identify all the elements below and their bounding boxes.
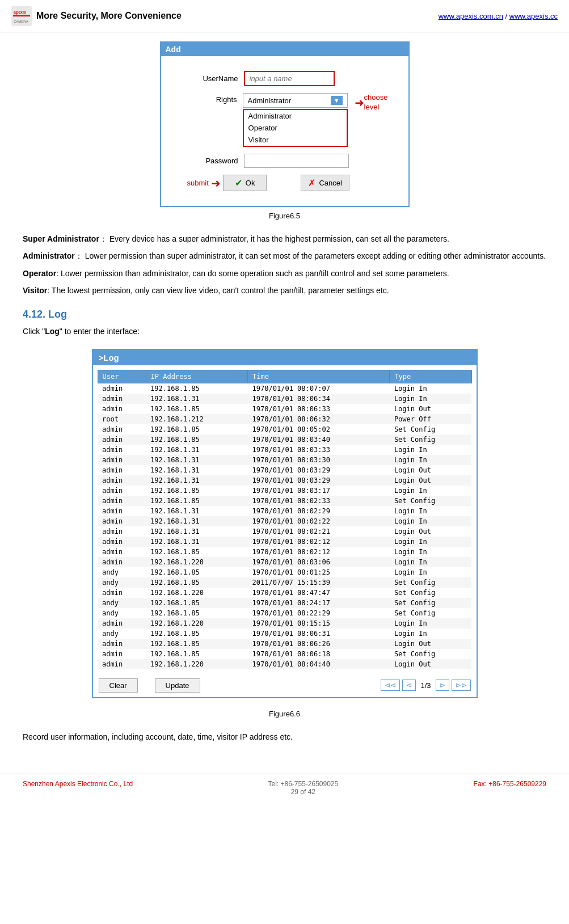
table-cell: 192.168.1.31 bbox=[146, 506, 247, 516]
table-cell: 192.168.1.85 bbox=[146, 486, 247, 496]
table-row: andy192.168.1.851970/01/01 08:22:29Set C… bbox=[98, 608, 471, 618]
table-cell: Login In bbox=[390, 445, 471, 455]
table-cell: Login In bbox=[390, 516, 471, 526]
table-cell: Set Config bbox=[390, 496, 471, 506]
table-cell: admin bbox=[98, 486, 146, 496]
table-cell: admin bbox=[98, 383, 146, 394]
dropdown-item-operator[interactable]: Operator bbox=[244, 122, 347, 134]
table-cell: 1970/01/01 08:47:47 bbox=[248, 588, 390, 598]
figure-6-5-container: Add UserName Rights Administrator ▼ bbox=[23, 41, 546, 227]
section-412-heading: 4.12. Log bbox=[23, 309, 546, 320]
page-prev-button[interactable]: ⊲ bbox=[402, 680, 416, 691]
table-cell: 192.168.1.85 bbox=[146, 424, 247, 434]
username-input[interactable] bbox=[244, 71, 335, 86]
table-row: admin192.168.1.851970/01/01 08:06:26Logi… bbox=[98, 639, 471, 649]
table-cell: Power Off bbox=[390, 414, 471, 424]
table-cell: 192.168.1.220 bbox=[146, 588, 247, 598]
table-cell: Login In bbox=[390, 567, 471, 577]
dropdown-item-admin[interactable]: Administrator bbox=[244, 110, 347, 122]
table-cell: admin bbox=[98, 434, 146, 445]
table-cell: 192.168.1.85 bbox=[146, 434, 247, 445]
table-row: admin192.168.1.2201970/01/01 08:47:47Set… bbox=[98, 588, 471, 598]
main-content: Add UserName Rights Administrator ▼ bbox=[0, 32, 569, 757]
log-panel-title: >Log bbox=[93, 350, 477, 365]
table-cell: Login Out bbox=[390, 475, 471, 486]
table-cell: andy bbox=[98, 577, 146, 588]
check-icon: ✔ bbox=[235, 178, 242, 188]
table-row: admin192.168.1.851970/01/01 08:06:33Logi… bbox=[98, 404, 471, 414]
table-cell: admin bbox=[98, 404, 146, 414]
table-cell: 1970/01/01 08:03:40 bbox=[248, 434, 390, 445]
update-button[interactable]: Update bbox=[155, 678, 200, 693]
table-cell: admin bbox=[98, 526, 146, 537]
password-row: Password bbox=[182, 154, 388, 168]
table-cell: 1970/01/01 08:06:31 bbox=[248, 628, 390, 639]
admin-text: ： Lower permission than super administra… bbox=[75, 251, 546, 260]
table-cell: 1970/01/01 08:24:17 bbox=[248, 598, 390, 608]
table-row: admin192.168.1.851970/01/01 08:03:40Set … bbox=[98, 434, 471, 445]
table-cell: Login In bbox=[390, 506, 471, 516]
table-cell: 1970/01/01 08:07:07 bbox=[248, 383, 390, 394]
table-cell: Set Config bbox=[390, 577, 471, 588]
table-cell: 1970/01/01 08:01:25 bbox=[248, 567, 390, 577]
log-table: User IP Address Time Type admin192.168.1… bbox=[98, 370, 472, 669]
footer-fax: Fax: +86-755-26509229 bbox=[474, 780, 546, 796]
submit-arrow-icon: ➜ bbox=[211, 176, 221, 190]
table-cell: 1970/01/01 08:06:26 bbox=[248, 639, 390, 649]
header-title: More Security, More Convenience bbox=[36, 11, 182, 21]
table-header-row: User IP Address Time Type bbox=[98, 370, 471, 383]
table-cell: Login Out bbox=[390, 526, 471, 537]
ok-label: Ok bbox=[246, 179, 255, 187]
table-cell: Login Out bbox=[390, 465, 471, 475]
ok-button[interactable]: ✔ Ok bbox=[223, 175, 267, 191]
table-row: root192.168.1.2121970/01/01 08:06:32Powe… bbox=[98, 414, 471, 424]
visitor-para: Visitor: The lowest permission, only can… bbox=[23, 284, 546, 297]
rights-select[interactable]: Administrator ▼ bbox=[243, 93, 348, 108]
table-cell: 1970/01/01 08:02:22 bbox=[248, 516, 390, 526]
header-links: www.apexis.com.cn / www.apexis.cc bbox=[439, 12, 558, 20]
password-input[interactable] bbox=[244, 154, 349, 168]
log-table-wrapper: User IP Address Time Type admin192.168.1… bbox=[93, 365, 477, 674]
clear-button[interactable]: Clear bbox=[99, 678, 138, 693]
log-controls: Clear Update ⊲⊲ ⊲ 1/3 ⊳ ⊳⊳ bbox=[93, 674, 477, 697]
table-cell: 1970/01/01 08:02:12 bbox=[248, 547, 390, 557]
table-row: andy192.168.1.851970/01/01 08:01:25Login… bbox=[98, 567, 471, 577]
table-cell: 192.168.1.85 bbox=[146, 639, 247, 649]
page-first-button[interactable]: ⊲⊲ bbox=[381, 680, 400, 691]
log-tbody: admin192.168.1.851970/01/01 08:07:07Logi… bbox=[98, 383, 471, 669]
table-cell: admin bbox=[98, 588, 146, 598]
table-cell: Login Out bbox=[390, 639, 471, 649]
table-cell: 1970/01/01 08:03:33 bbox=[248, 445, 390, 455]
table-cell: 1970/01/01 08:02:29 bbox=[248, 506, 390, 516]
table-row: admin192.168.1.851970/01/01 08:02:12Logi… bbox=[98, 547, 471, 557]
table-cell: admin bbox=[98, 394, 146, 404]
visitor-text: : The lowest permission, only can view l… bbox=[47, 286, 389, 295]
page-next-button[interactable]: ⊳ bbox=[436, 680, 449, 691]
super-admin-para: Super Administrator： Every device has a … bbox=[23, 233, 546, 245]
table-row: admin192.168.1.851970/01/01 08:05:02Set … bbox=[98, 424, 471, 434]
page-header: apexis CAMERA More Security, More Conven… bbox=[0, 0, 569, 32]
footer-company: Shenzhen Apexis Electronic Co., Ltd bbox=[23, 780, 133, 796]
description-para: Record user information, including accou… bbox=[23, 731, 546, 743]
table-cell: Set Config bbox=[390, 424, 471, 434]
link-cn[interactable]: www.apexis.com.cn bbox=[439, 12, 503, 20]
table-row: andy192.168.1.851970/01/01 08:24:17Set C… bbox=[98, 598, 471, 608]
super-admin-text: ： Every device has a super administrator… bbox=[99, 234, 449, 243]
table-cell: 192.168.1.220 bbox=[146, 557, 247, 567]
table-cell: Login Out bbox=[390, 659, 471, 669]
table-cell: Set Config bbox=[390, 598, 471, 608]
cancel-label: Cancel bbox=[319, 179, 342, 187]
table-cell: admin bbox=[98, 618, 146, 628]
page-last-button[interactable]: ⊳⊳ bbox=[452, 680, 471, 691]
link-cc[interactable]: www.apexis.cc bbox=[509, 12, 558, 20]
svg-text:apexis: apexis bbox=[14, 10, 26, 15]
table-cell: 1970/01/01 08:15:15 bbox=[248, 618, 390, 628]
cancel-button[interactable]: ✗ Cancel bbox=[301, 175, 349, 191]
dropdown-item-visitor[interactable]: Visitor bbox=[244, 134, 347, 146]
table-cell: 192.168.1.85 bbox=[146, 496, 247, 506]
table-cell: Set Config bbox=[390, 649, 471, 659]
table-row: admin192.168.1.2201970/01/01 08:03:06Log… bbox=[98, 557, 471, 567]
submit-area: submit ➜ ✔ Ok bbox=[187, 175, 267, 191]
table-cell: 192.168.1.31 bbox=[146, 537, 247, 547]
section-412-intro: Click "Log" to enter the interface: bbox=[23, 325, 546, 337]
